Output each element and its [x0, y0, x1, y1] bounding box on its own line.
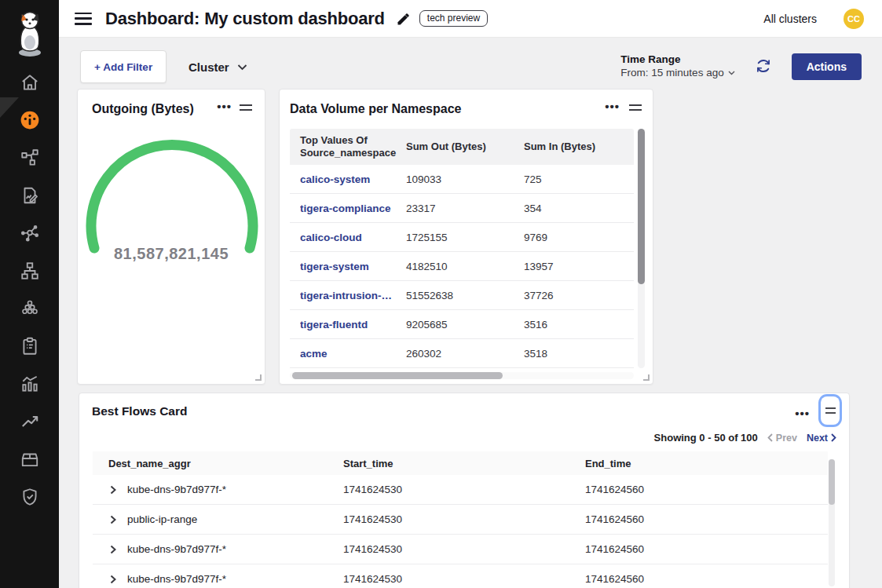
sum-out-value: 23317 — [398, 203, 516, 214]
edit-pencil-icon[interactable] — [396, 11, 412, 27]
sidebar-nav — [0, 72, 59, 507]
card-drag-handle-icon[interactable] — [629, 104, 642, 114]
scrollbar-thumb[interactable] — [638, 129, 645, 284]
expand-chevron-icon[interactable] — [108, 515, 118, 524]
next-page-button[interactable]: Next — [807, 433, 836, 444]
service-graph-icon[interactable] — [20, 148, 40, 168]
sum-in-value: 9769 — [516, 232, 626, 243]
card-resize-handle[interactable] — [643, 374, 650, 381]
namespace-link[interactable]: tigera-compliance — [300, 203, 398, 214]
column-header-sum-out[interactable]: Sum Out (Bytes) — [398, 141, 516, 153]
table-row: tigera-system 4182510 13957 — [290, 252, 634, 281]
column-header-start[interactable]: Start_time — [343, 458, 585, 469]
expand-chevron-icon[interactable] — [108, 545, 118, 554]
chevron-left-icon — [767, 433, 773, 442]
dashboards-icon-active[interactable] — [20, 110, 40, 130]
expand-chevron-icon[interactable] — [108, 485, 118, 495]
chevron-down-icon — [237, 64, 247, 71]
table-row[interactable]: kube-dns-9b7d977f-* 1741624530 174162456… — [93, 475, 828, 505]
flow-logs-icon[interactable] — [20, 185, 40, 206]
card-drag-handle-focused[interactable] — [821, 396, 840, 425]
table-row: tigera-fluentd 9205685 3516 — [290, 310, 634, 339]
vertical-scrollbar[interactable] — [829, 459, 835, 586]
page-title: Dashboard: My custom dashboard — [105, 9, 385, 29]
card-menu-icon[interactable]: ••• — [217, 100, 232, 112]
main-content: + Add Filter Cluster Time Range From: 15… — [59, 38, 882, 588]
table-row[interactable]: public-ip-range 1741624530 1741624560 — [93, 505, 828, 535]
card-menu-icon[interactable]: ••• — [795, 407, 810, 419]
security-icon[interactable] — [20, 487, 40, 507]
trends-icon[interactable] — [20, 411, 40, 432]
scrollbar-thumb[interactable] — [292, 372, 503, 379]
column-header-namespace[interactable]: Top Values Of Source_namespace — [290, 134, 398, 160]
table-row[interactable]: kube-dns-9b7d977f-* 1741624530 174162456… — [93, 535, 828, 564]
menu-icon[interactable] — [75, 13, 92, 25]
namespace-link[interactable]: calico-system — [300, 173, 398, 185]
best-flows-table: Dest_name_aggr Start_time End_time kube-… — [93, 451, 828, 588]
sum-in-value: 37726 — [516, 290, 626, 301]
data-volume-card: Data Volume per Namespace ••• Top Values… — [279, 89, 653, 385]
table-row[interactable]: kube-dns-9b7d977f-* 1741624530 174162456… — [93, 564, 828, 588]
namespace-link[interactable]: tigera-intrusion-d… — [300, 290, 398, 301]
namespace-link[interactable]: tigera-system — [300, 261, 398, 272]
chevron-right-icon — [831, 433, 836, 442]
statistics-icon[interactable] — [20, 374, 40, 394]
packages-icon[interactable] — [20, 449, 40, 469]
tech-preview-badge: tech preview — [419, 10, 488, 27]
sum-in-value: 13957 — [516, 261, 626, 272]
sum-out-value: 1725155 — [398, 232, 516, 243]
pagination: Showing 0 - 50 of 100 Prev Next — [654, 432, 836, 444]
dest-name: public-ip-range — [127, 513, 197, 525]
sum-in-value: 725 — [516, 173, 626, 185]
gauge-chart — [78, 135, 266, 261]
column-header-dest[interactable]: Dest_name_aggr — [93, 458, 343, 469]
end-time: 1741624560 — [585, 573, 828, 585]
sidebar — [0, 0, 59, 588]
column-header-sum-in[interactable]: Sum In (Bytes) — [516, 141, 626, 153]
policies-icon[interactable] — [20, 336, 40, 356]
table-row: calico-system 109033 725 — [290, 165, 634, 194]
start-time: 1741624530 — [343, 543, 585, 555]
gauge-value: 81,587,821,145 — [78, 245, 265, 263]
network-tree-icon[interactable] — [20, 261, 40, 281]
refresh-icon — [755, 57, 772, 75]
end-time: 1741624560 — [585, 513, 828, 525]
card-drag-handle-icon[interactable] — [240, 104, 252, 114]
avatar[interactable]: CC — [844, 9, 864, 29]
actions-button[interactable]: Actions — [792, 53, 862, 80]
add-filter-button[interactable]: + Add Filter — [80, 50, 167, 83]
expand-chevron-icon[interactable] — [108, 575, 118, 584]
workloads-icon[interactable] — [20, 298, 40, 319]
cluster-dropdown-label: Cluster — [188, 60, 229, 74]
connections-icon[interactable] — [20, 223, 40, 243]
time-range-control[interactable]: Time Range From: 15 minutes ago — [620, 53, 734, 80]
table-row: tigera-intrusion-d… 51552638 37726 — [290, 281, 634, 310]
all-clusters-selector[interactable]: All clusters — [763, 13, 817, 25]
scrollbar-thumb[interactable] — [829, 459, 835, 505]
namespace-link[interactable]: calico-cloud — [300, 232, 398, 243]
start-time: 1741624530 — [343, 513, 585, 525]
toolbar-right: Time Range From: 15 minutes ago Actions — [620, 50, 862, 83]
end-time: 1741624560 — [585, 484, 828, 495]
data-volume-table: Top Values Of Source_namespace Sum Out (… — [290, 129, 634, 368]
column-header-end[interactable]: End_time — [585, 458, 828, 469]
sum-in-value: 3516 — [516, 319, 626, 331]
cluster-dropdown[interactable]: Cluster — [188, 50, 247, 83]
refresh-button[interactable] — [754, 57, 773, 76]
home-icon[interactable] — [20, 72, 40, 93]
card-title: Data Volume per Namespace — [290, 102, 461, 116]
time-range-label: Time Range — [620, 53, 734, 67]
table-header-row: Top Values Of Source_namespace Sum Out (… — [290, 129, 634, 165]
vertical-scrollbar[interactable] — [638, 129, 645, 368]
sum-in-value: 354 — [516, 203, 626, 214]
namespace-link[interactable]: acme — [300, 348, 398, 360]
table-header-row: Dest_name_aggr Start_time End_time — [93, 451, 828, 475]
horizontal-scrollbar[interactable] — [290, 372, 634, 379]
dest-name: kube-dns-9b7d977f-* — [127, 484, 226, 495]
card-menu-icon[interactable]: ••• — [605, 100, 620, 112]
prev-page-button[interactable]: Prev — [767, 433, 797, 444]
best-flows-card: Best Flows Card ••• Showing 0 - 50 of 10… — [79, 393, 850, 588]
namespace-link[interactable]: tigera-fluentd — [300, 319, 398, 331]
table-row: acme 260302 3518 — [290, 339, 634, 368]
card-resize-handle[interactable] — [255, 374, 262, 381]
